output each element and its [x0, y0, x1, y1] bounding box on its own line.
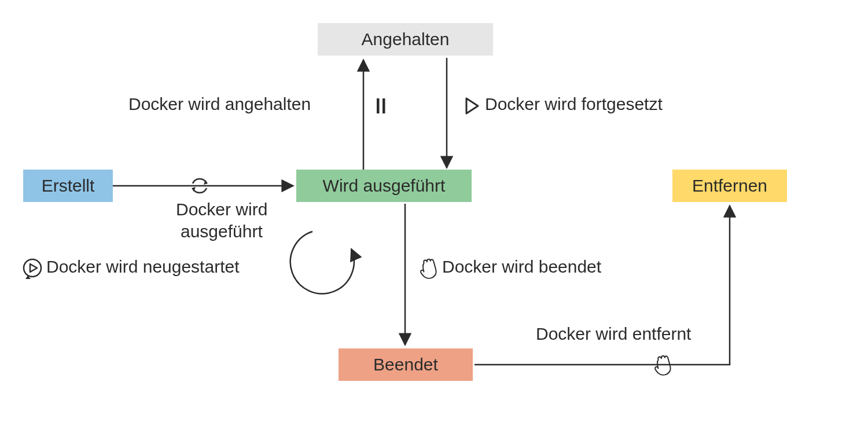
- svg-point-6: [24, 259, 41, 277]
- label-pause: Docker wird angehalten: [128, 94, 311, 114]
- label-unpause: Docker wird fortgesetzt: [485, 94, 663, 114]
- label-run-line1: Docker wird: [176, 200, 267, 219]
- label-run-line2: ausgeführt: [181, 222, 263, 241]
- svg-rect-4: [377, 98, 380, 113]
- state-paused: Angehalten: [318, 23, 493, 56]
- diagram-stage: Erstellt Angehalten Wird ausgeführt Been…: [0, 0, 868, 426]
- label-stop: Docker wird beendet: [442, 257, 601, 277]
- label-remove: Docker wird entfernt: [536, 324, 691, 344]
- label-restart: Docker wird neugestartet: [46, 257, 240, 277]
- state-stopped: Beendet: [339, 348, 473, 381]
- state-created: Erstellt: [23, 170, 113, 202]
- svg-rect-5: [382, 98, 385, 113]
- state-running: Wird ausgeführt: [296, 170, 472, 202]
- state-remove: Entfernen: [672, 170, 787, 202]
